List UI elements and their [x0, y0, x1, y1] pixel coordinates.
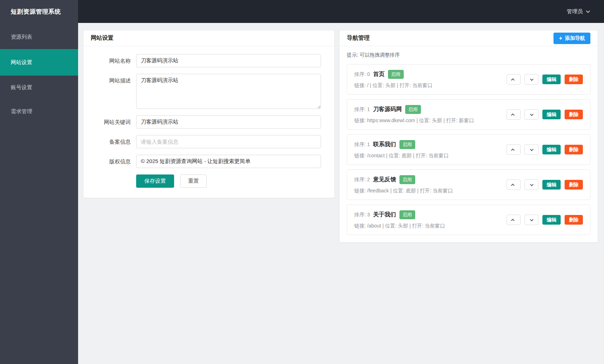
move-down-button[interactable]: [524, 74, 538, 85]
nav-item-info: 排序: 3 关于我们 启用 链接: /about | 位置: 头部 | 打开: …: [354, 210, 445, 229]
nav-management-card: 导航管理 + 添加导航 提示: 可以拖拽调整排序 排序: 0 首页 启用 链接:…: [339, 30, 598, 243]
nav-item-info: 排序: 2 意见反馈 启用 链接: /feedback | 位置: 底部 | 打…: [354, 175, 453, 194]
status-badge: 启用: [399, 175, 415, 184]
add-nav-label: 添加导航: [565, 35, 585, 42]
sidebar: 短剧资源管理系统 资源列表 网站设置 账号设置 需求管理: [0, 0, 78, 364]
nav-actions: 编辑 删除: [507, 179, 583, 190]
nav-meta: 链接: / | 位置: 头部 | 打开: 当前窗口: [354, 82, 432, 89]
site-keywords-label: 网站关键词: [91, 115, 131, 129]
site-keywords-input[interactable]: [136, 115, 321, 129]
nav-name: 联系我们: [373, 141, 396, 148]
arrow-up-icon: [511, 149, 514, 152]
plus-icon: +: [559, 35, 562, 41]
move-up-button[interactable]: [507, 215, 521, 225]
edit-button[interactable]: 编辑: [542, 180, 561, 190]
move-down-button[interactable]: [524, 215, 538, 225]
move-down-button[interactable]: [524, 179, 538, 190]
nav-actions: 编辑 删除: [507, 74, 583, 85]
nav-sort: 排序: 1: [354, 106, 370, 113]
nav-sort: 排序: 0: [354, 71, 370, 78]
nav-item-contact: 排序: 1 联系我们 启用 链接: /contact | 位置: 底部 | 打开…: [347, 134, 590, 165]
nav-item-info: 排序: 1 联系我们 启用 链接: /contact | 位置: 底部 | 打开…: [354, 140, 449, 159]
form-row-icp: 备案信息: [91, 135, 334, 148]
move-up-button[interactable]: [507, 144, 521, 155]
site-settings-header: 网站设置: [83, 30, 334, 46]
site-description-label: 网站描述: [91, 74, 131, 87]
arrow-up-icon: [511, 78, 514, 82]
arrow-down-icon: [530, 218, 533, 221]
move-down-button[interactable]: [524, 144, 538, 155]
nav-name: 意见反馈: [373, 176, 396, 183]
nav-meta: 链接: https:www.dkewl.com | 位置: 头部 | 打开: 新…: [354, 118, 474, 124]
status-badge: 启用: [388, 70, 404, 79]
arrow-up-icon: [511, 184, 514, 187]
app-title: 短剧资源管理系统: [0, 0, 78, 23]
site-description-textarea[interactable]: 刀客源码演示站: [136, 74, 321, 109]
nav-sort: 排序: 3: [354, 212, 370, 218]
nav-name: 关于我们: [373, 211, 396, 219]
chevron-down-icon: [586, 9, 590, 13]
site-name-label: 网站名称: [91, 54, 131, 67]
arrow-down-icon: [530, 183, 533, 186]
copyright-input[interactable]: [136, 155, 321, 168]
add-nav-button[interactable]: + 添加导航: [553, 33, 590, 44]
nav-item-home: 排序: 0 首页 启用 链接: / | 位置: 头部 | 打开: 当前窗口 编辑…: [347, 64, 590, 95]
delete-button[interactable]: 删除: [565, 215, 583, 225]
user-menu[interactable]: 管理员: [567, 8, 589, 15]
move-down-button[interactable]: [524, 109, 538, 120]
user-name: 管理员: [567, 8, 583, 15]
copyright-label: 版权信息: [91, 155, 131, 168]
move-up-button[interactable]: [507, 109, 521, 120]
form-row-copyright: 版权信息: [91, 155, 334, 168]
edit-button[interactable]: 编辑: [542, 110, 561, 119]
status-badge: 启用: [399, 210, 415, 219]
nav-item-feedback: 排序: 2 意见反馈 启用 链接: /feedback | 位置: 底部 | 打…: [347, 169, 590, 200]
edit-button[interactable]: 编辑: [542, 145, 561, 154]
arrow-down-icon: [530, 148, 533, 151]
nav-item-info: 排序: 1 刀客源码网 启用 链接: https:www.dkewl.com |…: [354, 105, 474, 124]
form-row-site-description: 网站描述 刀客源码演示站: [91, 74, 334, 109]
sidebar-item-site-settings[interactable]: 网站设置: [0, 49, 78, 76]
form-row-site-keywords: 网站关键词: [91, 115, 334, 129]
move-up-button[interactable]: [507, 74, 521, 85]
nav-management-title: 导航管理: [347, 34, 370, 42]
sidebar-item-account-settings[interactable]: 账号设置: [0, 76, 78, 100]
edit-button[interactable]: 编辑: [542, 215, 561, 225]
nav-meta: 链接: /about | 位置: 头部 | 打开: 当前窗口: [354, 223, 445, 229]
delete-button[interactable]: 删除: [565, 75, 583, 84]
topbar: 管理员: [78, 0, 604, 23]
form-actions: 保存设置 重置: [136, 174, 334, 188]
arrow-up-icon: [511, 114, 514, 117]
arrow-down-icon: [530, 112, 533, 116]
main-content: 网站设置 网站名称 网站描述 刀客源码演示站 网站关键词 备案信息 版权信息: [78, 23, 604, 364]
nav-actions: 编辑 删除: [507, 144, 583, 155]
reset-button[interactable]: 重置: [180, 174, 207, 188]
nav-item-dkewl: 排序: 1 刀客源码网 启用 链接: https:www.dkewl.com |…: [347, 99, 590, 130]
delete-button[interactable]: 删除: [565, 145, 583, 154]
nav-meta: 链接: /feedback | 位置: 底部 | 打开: 当前窗口: [354, 188, 453, 194]
edit-button[interactable]: 编辑: [542, 75, 561, 84]
nav-item-info: 排序: 0 首页 启用 链接: / | 位置: 头部 | 打开: 当前窗口: [354, 70, 432, 89]
nav-sort: 排序: 1: [354, 142, 370, 148]
sidebar-item-demand-management[interactable]: 需求管理: [0, 100, 78, 124]
delete-button[interactable]: 删除: [565, 180, 583, 190]
nav-sort: 排序: 2: [354, 177, 370, 183]
status-badge: 启用: [399, 140, 415, 149]
move-up-button[interactable]: [507, 179, 521, 190]
sidebar-item-resource-list[interactable]: 资源列表: [0, 25, 78, 49]
nav-meta: 链接: /contact | 位置: 底部 | 打开: 当前窗口: [354, 153, 449, 159]
arrow-down-icon: [530, 77, 533, 81]
site-settings-card: 网站设置 网站名称 网站描述 刀客源码演示站 网站关键词 备案信息 版权信息: [83, 30, 335, 198]
status-badge: 启用: [405, 105, 421, 114]
icp-input[interactable]: [136, 135, 321, 148]
save-settings-button[interactable]: 保存设置: [136, 174, 174, 188]
nav-actions: 编辑 删除: [507, 215, 583, 225]
delete-button[interactable]: 删除: [565, 110, 583, 119]
site-settings-title: 网站设置: [91, 34, 114, 42]
nav-management-header: 导航管理 + 添加导航: [340, 30, 598, 46]
sidebar-menu: 资源列表 网站设置 账号设置 需求管理: [0, 23, 78, 124]
site-name-input[interactable]: [136, 54, 321, 67]
nav-item-about: 排序: 3 关于我们 启用 链接: /about | 位置: 头部 | 打开: …: [347, 205, 590, 235]
nav-actions: 编辑 删除: [507, 109, 583, 120]
drag-hint: 提示: 可以拖拽调整排序: [347, 52, 590, 58]
